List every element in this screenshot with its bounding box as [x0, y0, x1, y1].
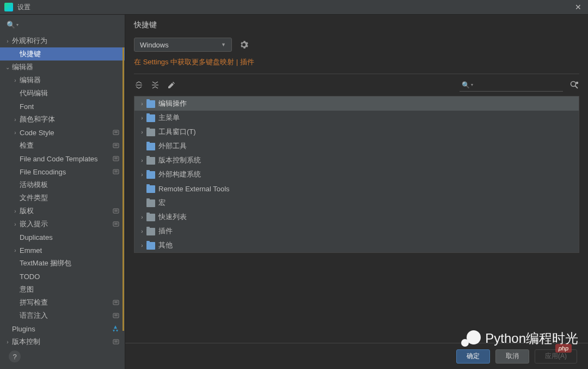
action-label: 外部工具	[158, 141, 187, 151]
sidebar-item[interactable]: ›Emmet	[0, 244, 125, 257]
page-title: 快捷键	[125, 15, 588, 35]
action-row[interactable]: ›外部工具	[134, 139, 579, 153]
chevron-icon: ›	[138, 158, 146, 164]
action-row[interactable]: ›快速列表	[134, 210, 579, 224]
sidebar-item[interactable]: ›拼写检查	[0, 296, 125, 309]
sidebar-item-label: 外观和行为	[12, 36, 119, 46]
sidebar-tree: ›外观和行为›快捷键⌄编辑器›编辑器›代码编辑›Font›颜色和字体›Code …	[0, 34, 125, 369]
action-row[interactable]: ›其他	[134, 238, 579, 252]
svg-point-29	[571, 82, 576, 87]
folder-icon	[146, 214, 155, 221]
project-badge-icon	[113, 155, 119, 162]
project-badge-icon	[113, 312, 119, 319]
sidebar-item[interactable]: ›File Encodings	[0, 165, 125, 178]
folder-icon	[146, 171, 155, 179]
scrollbar-highlight	[122, 47, 124, 331]
chevron-icon: ›	[11, 117, 20, 123]
edit-icon[interactable]	[167, 80, 176, 90]
action-row[interactable]: ›外部构建系统	[134, 167, 579, 182]
action-label: 宏	[158, 198, 166, 208]
svg-rect-2	[114, 132, 118, 133]
collapse-all-icon[interactable]	[150, 80, 160, 90]
chevron-icon: ›	[138, 214, 146, 220]
sidebar-item[interactable]: ›颜色和字体	[0, 113, 125, 126]
sidebar-item[interactable]: ›TODO	[0, 270, 125, 283]
keymap-hint: 在 Settings 中获取更多键盘映射 | 插件	[125, 57, 588, 74]
sidebar-item-label: 活动模板	[20, 180, 119, 190]
sidebar-item[interactable]: ›外观和行为	[0, 34, 125, 47]
cancel-button[interactable]: 取消	[495, 349, 529, 364]
chevron-icon: ›	[138, 172, 146, 178]
sidebar-item[interactable]: ›代码编辑	[0, 87, 125, 100]
sidebar-item[interactable]: ›文件类型	[0, 191, 125, 204]
folder-icon	[146, 157, 155, 165]
sidebar-item-label: File and Code Templates	[20, 155, 113, 163]
keymap-select[interactable]: Windows ▼	[134, 38, 232, 52]
expand-all-icon[interactable]	[134, 80, 144, 90]
action-label: 快速列表	[158, 212, 187, 222]
folder-icon	[146, 129, 155, 136]
action-row[interactable]: ›版本控制系统	[134, 153, 579, 167]
svg-rect-25	[114, 341, 118, 341]
action-row[interactable]: ›宏	[134, 196, 579, 210]
close-icon[interactable]: ✕	[573, 3, 584, 11]
sidebar-item[interactable]: ›Font	[0, 100, 125, 113]
sidebar-item[interactable]: ›TextMate 捆绑包	[0, 257, 125, 270]
ok-button[interactable]: 确定	[456, 349, 490, 364]
project-badge-icon	[113, 221, 119, 227]
sidebar-item-label: 编辑器	[12, 62, 119, 72]
sidebar-item[interactable]: ›检查	[0, 139, 125, 152]
dialog-footer: 确定 取消 应用(A)	[125, 343, 588, 369]
sidebar-item[interactable]: ⌄编辑器	[0, 61, 125, 74]
action-search-input[interactable]: 🔍▾	[460, 78, 563, 92]
sidebar-item[interactable]: ›版权	[0, 204, 125, 217]
svg-point-31	[576, 82, 578, 84]
sidebar-item-label: TODO	[20, 273, 119, 281]
sidebar-item[interactable]: ›语言注入	[0, 309, 125, 322]
sidebar-item[interactable]: ›File and Code Templates	[0, 152, 125, 165]
sidebar-item-label: Font	[20, 102, 119, 111]
sidebar-item-label: TextMate 捆绑包	[20, 258, 119, 268]
sidebar-item[interactable]: ›Code Style	[0, 126, 125, 139]
svg-rect-5	[114, 146, 118, 146]
sidebar-item[interactable]: ›嵌入提示	[0, 217, 125, 231]
keymap-selected-label: Windows	[140, 41, 221, 49]
sidebar-item[interactable]: ›Plugins	[0, 322, 125, 335]
action-row[interactable]: ›Remote External Tools	[134, 182, 579, 196]
svg-rect-20	[114, 303, 118, 303]
sidebar-item-label: 拼写检查	[20, 298, 113, 307]
sidebar-item[interactable]: ›版本控制	[0, 335, 125, 348]
chevron-icon: ›	[3, 339, 12, 345]
folder-icon	[146, 185, 155, 193]
find-by-shortcut-icon[interactable]	[569, 80, 579, 90]
help-button[interactable]: ?	[9, 350, 21, 362]
sidebar-item-label: 代码编辑	[20, 88, 119, 98]
chevron-icon: ›	[138, 243, 146, 249]
apply-button[interactable]: 应用(A)	[535, 349, 577, 364]
action-row[interactable]: ›主菜单	[134, 111, 579, 125]
action-label: 工具窗口(T)	[158, 127, 196, 137]
svg-rect-8	[114, 159, 118, 159]
chevron-icon: ›	[11, 77, 20, 83]
action-row[interactable]: ›工具窗口(T)	[134, 125, 579, 139]
svg-rect-17	[114, 224, 118, 225]
sidebar-item[interactable]: ›快捷键	[0, 47, 125, 61]
svg-rect-4	[114, 144, 118, 145]
gear-icon[interactable]	[240, 40, 248, 49]
sidebar-item-label: 颜色和字体	[20, 114, 119, 124]
sidebar-item[interactable]: ›编辑器	[0, 74, 125, 87]
sidebar-item-label: 嵌入提示	[20, 219, 113, 229]
chevron-down-icon: ▼	[221, 42, 226, 47]
sidebar-item[interactable]: ›Duplicates	[0, 231, 125, 244]
action-label: 主菜单	[158, 113, 180, 123]
sidebar-item-label: Code Style	[20, 129, 113, 137]
sidebar-search[interactable]: 🔍▾	[0, 15, 125, 34]
action-toolbar: 🔍▾	[125, 74, 588, 96]
sidebar-item-label: 意图	[20, 285, 119, 294]
action-row[interactable]: ›插件	[134, 224, 579, 238]
action-row[interactable]: ›编辑操作	[134, 96, 579, 111]
sidebar-item[interactable]: ›意图	[0, 283, 125, 296]
svg-rect-14	[114, 211, 118, 211]
sidebar-item[interactable]: ›活动模板	[0, 178, 125, 191]
sidebar-item-label: File Encodings	[20, 168, 113, 176]
